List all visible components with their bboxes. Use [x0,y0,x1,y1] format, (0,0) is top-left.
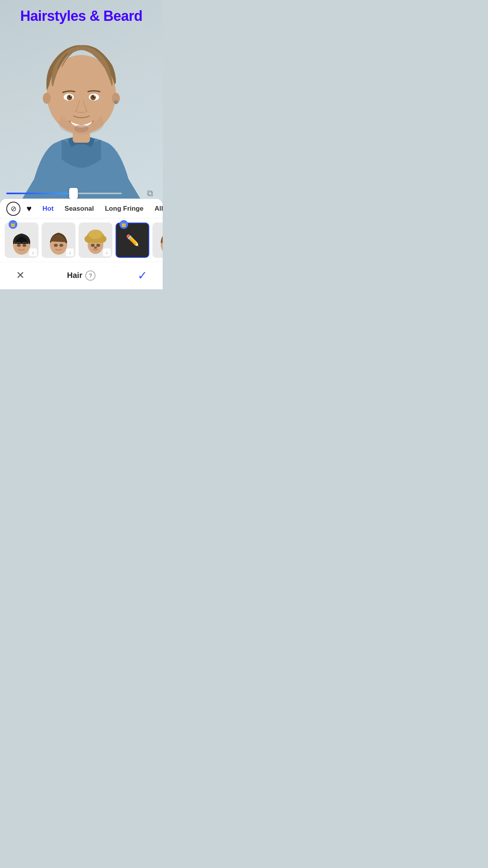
center-label-area: Hair ? [67,270,96,281]
copy-button[interactable]: ⧉ [144,187,156,200]
download-icon-1: ↓ [29,248,37,256]
hairstyle-thumb-2[interactable]: ↓ [42,223,75,258]
intensity-slider[interactable] [6,193,122,194]
svg-point-27 [94,246,97,249]
svg-point-2 [43,93,51,104]
svg-point-12 [94,96,95,97]
confirm-button[interactable]: ✓ [134,267,151,284]
svg-point-11 [70,96,72,97]
tab-long-fringe[interactable]: Long Fringe [100,202,148,215]
tab-none[interactable]: ⊘ [6,202,20,216]
svg-point-26 [96,244,100,247]
svg-point-15 [17,244,21,247]
help-button[interactable]: ? [85,270,95,281]
hairstyle-thumb-5[interactable]: ↓ [152,223,163,258]
tab-all[interactable]: All B [150,202,163,215]
svg-point-18 [54,244,58,247]
hairstyle-thumb-1[interactable]: 👑 ↓ [5,223,39,258]
svg-point-24 [88,230,103,239]
page-title: Hairstyles & Beard [0,8,163,24]
svg-point-19 [59,244,63,247]
slider-fill [6,193,75,194]
thumbnails-row: 👑 ↓ [0,219,163,262]
svg-point-16 [22,244,26,247]
slider-thumb[interactable] [69,188,78,199]
like-button[interactable]: ♡ [127,187,139,200]
category-tabs: ⊘ ♥ Hot Seasonal Long Fringe All B [0,199,163,219]
hair-label: Hair [67,271,83,280]
tab-favorites[interactable]: ♥ [22,202,36,216]
bottom-panel: ⊘ ♥ Hot Seasonal Long Fringe All B 👑 [0,199,163,289]
tab-seasonal[interactable]: Seasonal [60,202,99,215]
premium-badge-4: 👑 [119,220,128,229]
svg-point-4 [114,100,118,104]
photo-area: Hairstyles & Beard [0,0,163,204]
premium-badge-1: 👑 [9,220,17,229]
cancel-button[interactable]: ✕ [12,267,29,284]
edit-icon: ✏️ [126,234,139,247]
svg-point-25 [91,244,95,247]
svg-point-13 [74,125,88,132]
tab-hot[interactable]: Hot [38,202,58,215]
hairstyle-thumb-4-selected[interactable]: 👑 ✏️ [116,223,149,258]
action-bar: ✕ Hair ? ✓ [0,262,163,289]
hairstyle-thumb-3[interactable]: ↓ [79,223,112,258]
download-icon-2: ↓ [66,248,74,256]
download-icon-3: ↓ [103,248,111,256]
portrait-area [22,22,140,199]
